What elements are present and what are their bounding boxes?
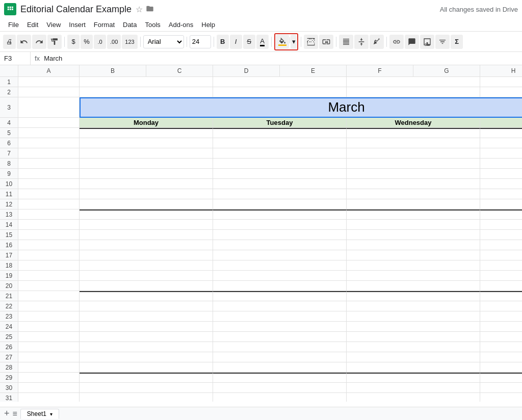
cell[interactable] bbox=[213, 352, 347, 362]
grid-scroll[interactable]: 123March4MondayTuesdayWednesdayThursdayF… bbox=[0, 77, 522, 402]
cell[interactable] bbox=[80, 291, 213, 301]
cell[interactable] bbox=[18, 281, 80, 291]
cell[interactable] bbox=[347, 332, 480, 342]
march-title-cell[interactable]: March bbox=[80, 97, 522, 118]
cell[interactable] bbox=[347, 159, 480, 169]
cell[interactable] bbox=[80, 230, 213, 240]
cell[interactable] bbox=[347, 291, 480, 301]
cell[interactable] bbox=[213, 87, 347, 97]
cell[interactable] bbox=[347, 199, 480, 209]
cell[interactable] bbox=[18, 179, 80, 189]
cell[interactable] bbox=[18, 311, 80, 322]
cell[interactable] bbox=[213, 291, 347, 301]
menu-addons[interactable]: Add-ons bbox=[165, 20, 197, 30]
cell[interactable] bbox=[80, 332, 213, 342]
cell[interactable] bbox=[480, 199, 522, 209]
cell[interactable] bbox=[480, 311, 522, 322]
valign-button[interactable] bbox=[354, 35, 369, 49]
cell[interactable] bbox=[80, 383, 213, 393]
undo-button[interactable] bbox=[17, 35, 31, 49]
cell[interactable] bbox=[347, 250, 480, 260]
cell[interactable] bbox=[18, 373, 80, 383]
cell[interactable] bbox=[80, 322, 213, 332]
folder-icon[interactable] bbox=[146, 5, 154, 14]
document-title[interactable]: Editorial Calendar Example bbox=[20, 4, 132, 15]
cell[interactable] bbox=[80, 199, 213, 209]
cell[interactable] bbox=[213, 199, 347, 209]
cell[interactable] bbox=[213, 148, 347, 159]
cell[interactable] bbox=[480, 240, 522, 250]
cell[interactable] bbox=[80, 179, 213, 189]
cell[interactable] bbox=[80, 77, 213, 87]
cell[interactable] bbox=[480, 342, 522, 352]
col-header-f[interactable]: F bbox=[347, 65, 413, 76]
cell[interactable] bbox=[80, 352, 213, 362]
cell[interactable] bbox=[213, 373, 347, 383]
cell[interactable] bbox=[347, 230, 480, 240]
cell[interactable] bbox=[18, 291, 80, 301]
cell[interactable] bbox=[347, 148, 480, 159]
cell[interactable] bbox=[347, 393, 480, 402]
cell[interactable] bbox=[18, 230, 80, 240]
cell[interactable] bbox=[213, 220, 347, 230]
cell[interactable] bbox=[18, 362, 80, 373]
decimal-inc-button[interactable]: .00 bbox=[107, 35, 121, 49]
function-button[interactable]: Σ bbox=[451, 35, 463, 49]
cell[interactable] bbox=[480, 260, 522, 271]
cell[interactable] bbox=[213, 159, 347, 169]
cell[interactable] bbox=[480, 362, 522, 373]
cell[interactable] bbox=[213, 332, 347, 342]
cell[interactable] bbox=[213, 179, 347, 189]
cell[interactable] bbox=[347, 138, 480, 148]
currency-button[interactable]: $ bbox=[67, 35, 80, 49]
font-color-button[interactable]: A bbox=[256, 35, 269, 49]
menu-view[interactable]: View bbox=[42, 20, 65, 30]
cell[interactable] bbox=[80, 393, 213, 402]
cell[interactable] bbox=[213, 230, 347, 240]
cell[interactable] bbox=[213, 260, 347, 271]
cell[interactable] bbox=[480, 189, 522, 199]
col-header-d[interactable]: D bbox=[213, 65, 280, 76]
cell[interactable] bbox=[18, 220, 80, 230]
font-size-input[interactable] bbox=[190, 35, 211, 48]
cell[interactable] bbox=[480, 159, 522, 169]
cell[interactable] bbox=[18, 271, 80, 281]
print-button[interactable]: 🖨 bbox=[3, 35, 16, 49]
cell[interactable] bbox=[347, 128, 480, 138]
cell[interactable] bbox=[213, 383, 347, 393]
cell[interactable] bbox=[18, 118, 80, 128]
cell-reference[interactable]: F3 bbox=[0, 52, 31, 65]
cell[interactable] bbox=[213, 169, 347, 179]
col-header-a[interactable]: A bbox=[18, 65, 80, 76]
cell[interactable] bbox=[80, 342, 213, 352]
paint-format-button[interactable] bbox=[47, 35, 62, 49]
cell[interactable] bbox=[213, 250, 347, 260]
comment-button[interactable] bbox=[405, 35, 419, 49]
cell[interactable] bbox=[480, 352, 522, 362]
sheets-menu-button[interactable]: ≡ bbox=[13, 409, 17, 418]
cell[interactable] bbox=[347, 281, 480, 291]
cell[interactable] bbox=[480, 383, 522, 393]
sheet-tab-sheet1[interactable]: Sheet1 ▾ bbox=[20, 409, 59, 419]
col-header-g[interactable]: G bbox=[413, 65, 480, 76]
wednesday-header-cell[interactable]: Wednesday bbox=[347, 118, 480, 128]
cell[interactable] bbox=[18, 342, 80, 352]
cell[interactable] bbox=[347, 240, 480, 250]
cell[interactable] bbox=[347, 383, 480, 393]
star-icon[interactable]: ☆ bbox=[136, 5, 143, 14]
cell[interactable] bbox=[347, 179, 480, 189]
menu-help[interactable]: Help bbox=[197, 20, 219, 30]
fill-color-button[interactable] bbox=[276, 35, 289, 49]
cell[interactable] bbox=[80, 250, 213, 260]
cell[interactable] bbox=[80, 87, 213, 97]
menu-format[interactable]: Format bbox=[90, 20, 119, 30]
cell[interactable] bbox=[18, 393, 80, 402]
cell[interactable] bbox=[18, 128, 80, 138]
cell[interactable] bbox=[480, 393, 522, 402]
cell[interactable] bbox=[18, 301, 80, 311]
cell[interactable] bbox=[480, 220, 522, 230]
cell[interactable] bbox=[480, 209, 522, 220]
cell[interactable] bbox=[480, 230, 522, 240]
cell[interactable] bbox=[480, 301, 522, 311]
tuesday-header-cell[interactable]: Tuesday bbox=[213, 118, 347, 128]
